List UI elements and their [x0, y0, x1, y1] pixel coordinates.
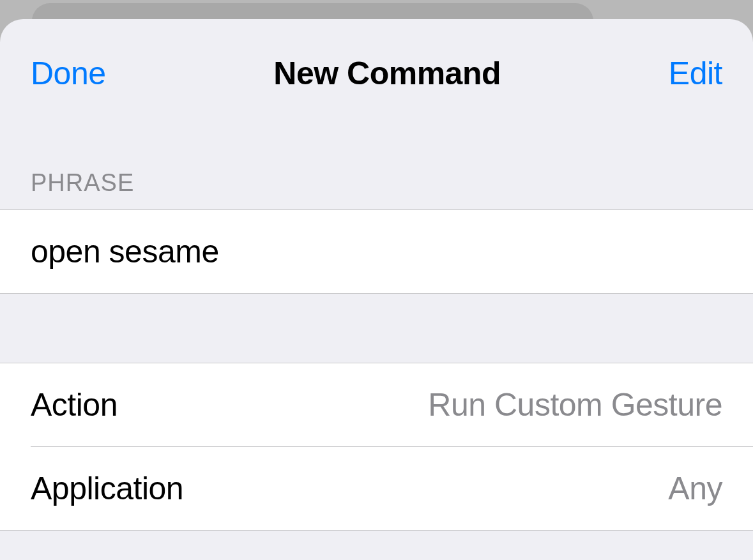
action-label: Action: [31, 386, 118, 423]
action-value: Run Custom Gesture: [428, 386, 722, 423]
phrase-input-cell[interactable]: open sesame: [0, 210, 753, 293]
edit-button[interactable]: Edit: [669, 55, 722, 92]
page-title: New Command: [273, 55, 501, 92]
bottom-spacer: [0, 531, 753, 540]
modal-sheet: Done New Command Edit PHRASE open sesame…: [0, 19, 753, 560]
phrase-section-header: PHRASE: [0, 102, 753, 209]
action-row[interactable]: Action Run Custom Gesture: [0, 363, 753, 446]
phrase-cell-group: open sesame: [0, 209, 753, 294]
navigation-bar: Done New Command Edit: [0, 19, 753, 102]
application-row[interactable]: Application Any: [0, 447, 753, 530]
application-value: Any: [668, 470, 722, 507]
application-label: Application: [31, 470, 183, 507]
done-button[interactable]: Done: [31, 55, 106, 92]
settings-cell-group: Action Run Custom Gesture Application An…: [0, 363, 753, 531]
section-spacer: [0, 294, 753, 363]
phrase-value: open sesame: [31, 233, 219, 270]
